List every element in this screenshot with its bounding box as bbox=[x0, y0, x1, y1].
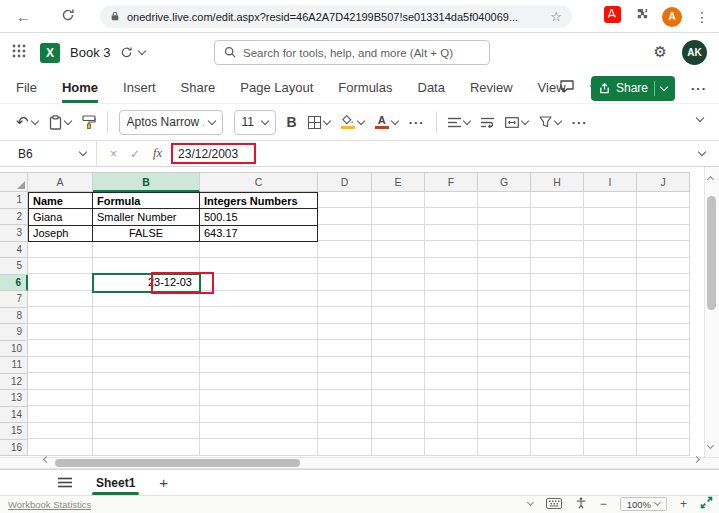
accessibility-icon[interactable] bbox=[575, 495, 587, 513]
ribbon-more-icon[interactable]: ··· bbox=[691, 81, 707, 96]
format-painter-button[interactable] bbox=[82, 115, 96, 129]
excel-logo[interactable]: X bbox=[40, 43, 60, 63]
fit-to-window-icon[interactable] bbox=[700, 495, 713, 513]
toolbar-more-icon[interactable]: ··· bbox=[572, 115, 588, 130]
column-header-j[interactable]: J bbox=[637, 172, 690, 192]
workbook-statistics-link[interactable]: Workbook Statistics bbox=[8, 499, 91, 510]
insert-function-icon[interactable]: fx bbox=[153, 146, 162, 161]
cell-c2[interactable]: 500.15 bbox=[200, 209, 318, 226]
sheet-tab-sheet1[interactable]: Sheet1 bbox=[88, 470, 143, 495]
sort-filter-button[interactable] bbox=[539, 116, 561, 128]
cell-b1[interactable]: Formula bbox=[93, 192, 200, 209]
share-button[interactable]: Share bbox=[591, 76, 675, 101]
tab-home[interactable]: Home bbox=[62, 72, 98, 103]
row-header-12[interactable]: 12 bbox=[0, 374, 28, 391]
more-font-options-icon[interactable]: ··· bbox=[409, 115, 425, 130]
column-header-d[interactable]: D bbox=[318, 172, 372, 192]
column-header-c[interactable]: C bbox=[200, 172, 318, 192]
cell-b2[interactable]: Smaller Number bbox=[93, 209, 200, 226]
wrap-text-button[interactable] bbox=[481, 117, 494, 128]
app-launcher-icon[interactable] bbox=[12, 44, 26, 62]
borders-button[interactable] bbox=[308, 116, 330, 129]
address-bar[interactable]: onedrive.live.com/edit.aspx?resid=46A2A7… bbox=[100, 5, 572, 28]
tab-share[interactable]: Share bbox=[181, 72, 216, 103]
vertical-scrollbar-thumb[interactable] bbox=[707, 196, 716, 310]
bookmark-star-icon[interactable]: ☆ bbox=[550, 9, 562, 24]
row-header-1[interactable]: 1 bbox=[0, 192, 28, 209]
column-header-f[interactable]: F bbox=[425, 172, 478, 192]
name-box-chevron-icon[interactable] bbox=[79, 148, 87, 156]
refresh-icon[interactable] bbox=[61, 8, 75, 24]
row-header-11[interactable]: 11 bbox=[0, 357, 28, 374]
save-status[interactable] bbox=[120, 46, 145, 59]
font-name-combo[interactable]: Aptos Narrow ... bbox=[119, 110, 223, 135]
fill-color-button[interactable] bbox=[341, 115, 364, 129]
column-header-h[interactable]: H bbox=[531, 172, 584, 192]
cell-c3[interactable]: 643.17 bbox=[200, 226, 318, 243]
paste-button[interactable] bbox=[49, 115, 71, 130]
merge-center-button[interactable] bbox=[505, 117, 528, 128]
status-chevron-icon[interactable] bbox=[527, 499, 534, 506]
cell-a2[interactable]: Giana bbox=[28, 209, 93, 226]
row-header-4[interactable]: 4 bbox=[0, 242, 28, 259]
row-header-8[interactable]: 8 bbox=[0, 308, 28, 325]
search-box[interactable]: Search for tools, help, and more (Alt + … bbox=[214, 40, 490, 65]
font-size-combo[interactable]: 11 bbox=[234, 110, 276, 135]
row-header-6[interactable]: 6 bbox=[0, 275, 28, 292]
share-dropdown-chevron-icon[interactable] bbox=[660, 82, 668, 90]
row-header-15[interactable]: 15 bbox=[0, 423, 28, 440]
column-header-a[interactable]: A bbox=[28, 172, 93, 192]
gridline bbox=[371, 192, 372, 456]
cell-a1[interactable]: Name bbox=[28, 192, 93, 209]
enter-icon[interactable]: ✓ bbox=[130, 147, 140, 161]
tab-insert[interactable]: Insert bbox=[123, 72, 156, 103]
column-header-b[interactable]: B bbox=[93, 172, 200, 192]
site-info-icon[interactable] bbox=[110, 8, 120, 26]
back-icon[interactable]: ← bbox=[16, 9, 31, 24]
zoom-in-button[interactable]: + bbox=[680, 498, 687, 510]
row-header-5[interactable]: 5 bbox=[0, 258, 28, 275]
row-header-3[interactable]: 3 bbox=[0, 225, 28, 242]
row-header-9[interactable]: 9 bbox=[0, 324, 28, 341]
row-header-7[interactable]: 7 bbox=[0, 291, 28, 308]
select-all-corner[interactable] bbox=[0, 172, 28, 192]
comments-icon[interactable] bbox=[559, 79, 575, 98]
url-text[interactable]: onedrive.live.com/edit.aspx?resid=46A2A7… bbox=[127, 11, 543, 23]
name-box[interactable]: B6 bbox=[0, 147, 96, 161]
acrobat-extension-icon[interactable] bbox=[604, 6, 621, 27]
tab-page-layout[interactable]: Page Layout bbox=[240, 72, 313, 103]
column-header-e[interactable]: E bbox=[372, 172, 425, 192]
row-header-16[interactable]: 16 bbox=[0, 440, 28, 457]
undo-button[interactable]: ↶ bbox=[16, 113, 38, 131]
column-header-i[interactable]: I bbox=[584, 172, 637, 192]
alignment-button[interactable] bbox=[448, 117, 470, 128]
tab-review[interactable]: Review bbox=[470, 72, 513, 103]
tab-file[interactable]: File bbox=[16, 72, 37, 103]
settings-gear-icon[interactable]: ⚙ bbox=[654, 43, 667, 61]
cancel-icon[interactable]: × bbox=[110, 147, 117, 161]
browser-profile-avatar[interactable]: A bbox=[662, 7, 682, 27]
bold-button[interactable]: B bbox=[287, 114, 297, 130]
extensions-icon[interactable] bbox=[634, 7, 649, 26]
browser-menu-icon[interactable]: ⋮ bbox=[695, 9, 709, 25]
zoom-out-button[interactable]: − bbox=[600, 498, 607, 510]
title-chevron-icon[interactable] bbox=[138, 47, 146, 55]
account-avatar[interactable]: AK bbox=[682, 40, 707, 65]
cell-c1[interactable]: Integers Numbers bbox=[200, 192, 318, 209]
row-header-10[interactable]: 10 bbox=[0, 341, 28, 358]
all-sheets-menu-icon[interactable] bbox=[58, 474, 72, 492]
keyboard-shortcuts-icon[interactable] bbox=[546, 495, 562, 513]
row-header-13[interactable]: 13 bbox=[0, 390, 28, 407]
row-header-14[interactable]: 14 bbox=[0, 407, 28, 424]
font-color-button[interactable]: A bbox=[375, 115, 398, 129]
workbook-title[interactable]: Book 3 bbox=[70, 45, 110, 60]
cell-a3[interactable]: Joseph bbox=[28, 226, 93, 243]
horizontal-scrollbar-thumb[interactable] bbox=[55, 459, 300, 467]
column-header-g[interactable]: G bbox=[478, 172, 531, 192]
row-header-2[interactable]: 2 bbox=[0, 209, 28, 226]
cell-b3[interactable]: FALSE bbox=[93, 226, 200, 243]
zoom-level-button[interactable]: 100% bbox=[620, 497, 667, 511]
tab-data[interactable]: Data bbox=[418, 72, 445, 103]
tab-formulas[interactable]: Formulas bbox=[338, 72, 392, 103]
new-sheet-button[interactable]: + bbox=[159, 474, 168, 491]
